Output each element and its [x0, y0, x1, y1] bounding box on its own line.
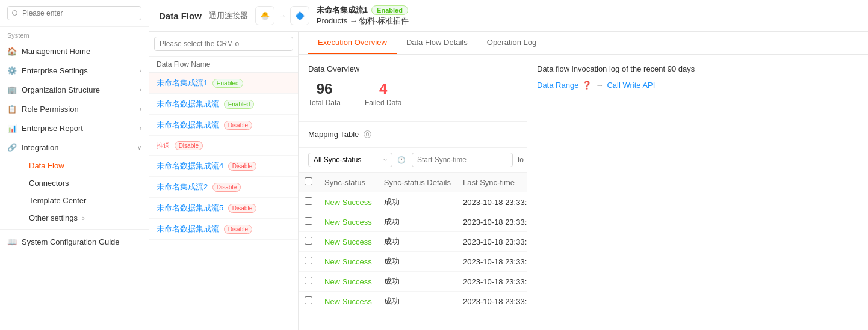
sidebar-item-management-home[interactable]: 🏠 Management Home — [0, 41, 149, 61]
sync-details-cell: 成功 — [378, 292, 457, 311]
col-sync-details: Sync-status Details — [378, 173, 457, 192]
start-time-input[interactable] — [412, 153, 513, 167]
flow-item-name: 未命名数据集成流5 — [157, 203, 223, 212]
list-item[interactable]: 未命名数据集成流 Disable — [149, 115, 298, 136]
sync-details-cell: 成功 — [378, 192, 457, 212]
flow-tag: 推送 — [157, 142, 170, 149]
row-checkbox[interactable] — [305, 257, 312, 264]
list-item[interactable]: 未命名集成流1 Enabled — [149, 73, 298, 94]
tab-execution-overview[interactable]: Execution Overview — [308, 32, 397, 54]
sidebar-item-enterprise-settings[interactable]: ⚙️ Enterprise Settings › — [0, 61, 149, 80]
sync-status-cell: New Success — [318, 192, 378, 212]
settings-icon: ⚙️ — [7, 66, 17, 75]
last-sync-cell: 2023-10-18 23:33:22 — [457, 272, 527, 292]
data-stats: 96 Total Data 4 Failed Data — [308, 81, 517, 107]
filter-row: All Sync-status 🕐 to — [299, 148, 527, 173]
flow-list-header: Data Flow Name — [149, 57, 298, 73]
sidebar-item-label: Organization Structure — [22, 85, 135, 94]
system-label: System — [0, 27, 149, 41]
select-all-checkbox[interactable] — [305, 177, 312, 185]
overview-left: Data Overview 96 Total Data 4 Failed Dat… — [299, 55, 527, 330]
source-icon-box: 🐣 — [255, 6, 274, 25]
list-item[interactable]: 未命名数据集成流 Enabled — [149, 94, 298, 115]
row-checkbox[interactable] — [305, 237, 312, 245]
integration-icon: 🔗 — [7, 142, 17, 152]
sidebar-item-system-config[interactable]: 📖 System Configuration Guide — [0, 232, 149, 251]
table-row: New Success 成功 2023-10-18 23:33:22 物料-标准… — [299, 252, 527, 272]
flow-path: Products → 物料-标准插件 — [317, 16, 409, 26]
mapping-title: Mapping Table — [308, 130, 359, 139]
sync-status-select[interactable]: All Sync-status — [308, 153, 392, 167]
chevron-right-icon: › — [140, 87, 141, 93]
sync-status-cell: New Success — [318, 212, 378, 232]
list-item[interactable]: 推送 Disable — [149, 136, 298, 156]
sidebar-sub-item-other-settings[interactable]: Other settings › — [22, 209, 149, 227]
overview-right: Data flow invocation log of the recent 9… — [527, 55, 868, 330]
row-checkbox[interactable] — [305, 197, 312, 205]
role-icon: 📋 — [7, 104, 17, 114]
tab-bar: Execution Overview Data Flow Details Ope… — [299, 32, 868, 55]
sidebar-sub-item-connectors[interactable]: Connectors — [22, 174, 149, 192]
content-area: Data Flow Name 未命名集成流1 Enabled 未命名数据集成流 … — [149, 32, 868, 330]
to-label: to — [518, 156, 524, 164]
sidebar-item-label: Role Permission — [22, 105, 135, 114]
report-icon: 📊 — [7, 123, 17, 133]
tab-data-flow-details[interactable]: Data Flow Details — [397, 32, 477, 54]
question-icon[interactable]: ❓ — [582, 81, 592, 90]
chevron-right-icon: › — [140, 67, 141, 74]
sync-status-cell: New Success — [318, 252, 378, 272]
sidebar-item-label: Management Home — [22, 47, 141, 56]
main-content: Data Flow 通用连接器 🐣 → 🔷 未命名集成流1 Enabled Pr… — [149, 0, 868, 330]
list-item[interactable]: 未命名集成流2 Disable — [149, 177, 298, 198]
row-checkbox[interactable] — [305, 217, 312, 225]
sidebar-item-integration[interactable]: 🔗 Integration ∨ — [0, 138, 149, 157]
col-last-sync: Last Sync-time — [457, 173, 527, 192]
chevron-right-icon: › — [140, 125, 141, 132]
clock-icon: 🕐 — [397, 156, 406, 164]
call-api-link[interactable]: Call Write API — [607, 81, 655, 90]
data-range-label[interactable]: Data Range — [537, 81, 578, 90]
row-checkbox[interactable] — [305, 296, 312, 304]
right-panel: Execution Overview Data Flow Details Ope… — [299, 32, 868, 330]
last-sync-cell: 2023-10-18 23:33:22 — [457, 212, 527, 232]
col-sync-status: Sync-status — [318, 173, 378, 192]
chevron-right-icon: › — [140, 106, 141, 112]
data-range-row: Data Range ❓ → Call Write API — [537, 81, 858, 90]
sidebar-item-role-permission[interactable]: 📋 Role Permission › — [0, 99, 149, 118]
sidebar-search-input[interactable] — [7, 6, 141, 20]
table-row: New Success 成功 2023-10-18 23:33:22 物料-标准… — [299, 192, 527, 212]
mapping-section: Mapping Table ⓪ — [299, 122, 527, 148]
flow-item-name: 未命名集成流2 — [157, 182, 208, 191]
sidebar: System 🏠 Management Home ⚙️ Enterprise S… — [0, 0, 149, 330]
flow-status-badge: Enabled — [371, 5, 408, 15]
sidebar-sub-item-template-center[interactable]: Template Center — [22, 192, 149, 209]
sync-details-cell: 成功 — [378, 212, 457, 232]
sidebar-sub-item-data-flow[interactable]: Data Flow — [22, 157, 149, 174]
help-icon[interactable]: ⓪ — [364, 130, 371, 139]
sidebar-item-label: Integration — [22, 143, 132, 152]
sync-status-cell: New Success — [318, 272, 378, 292]
list-item[interactable]: 未命名数据集成流5 Disable — [149, 198, 298, 219]
flow-name-section: 未命名集成流1 Enabled Products → 物料-标准插件 — [317, 5, 409, 26]
sidebar-search-container — [0, 0, 149, 27]
last-sync-cell: 2023-10-18 23:33:21 — [457, 292, 527, 311]
flow-icons: 🐣 → 🔷 — [255, 6, 309, 25]
target-emoji-icon: 🔷 — [295, 11, 305, 20]
sidebar-item-enterprise-report[interactable]: 📊 Enterprise Report › — [0, 118, 149, 138]
last-sync-cell: 2023-10-18 23:33:22 — [457, 252, 527, 272]
list-item[interactable]: 未命名数据集成流 Disable — [149, 219, 298, 240]
flow-list: 未命名集成流1 Enabled 未命名数据集成流 Enabled 未命名数据集成… — [149, 73, 298, 330]
sync-details-cell: 成功 — [378, 252, 457, 272]
sync-status-cell: New Success — [318, 292, 378, 311]
tab-operation-log[interactable]: Operation Log — [477, 32, 546, 54]
sidebar-item-organization-structure[interactable]: 🏢 Organization Structure › — [0, 80, 149, 99]
chevron-down-icon: ∨ — [137, 144, 141, 151]
status-badge: Disable — [212, 183, 241, 192]
flow-title: Data Flow — [159, 11, 202, 21]
row-checkbox[interactable] — [305, 277, 312, 284]
sidebar-item-label: Enterprise Report — [22, 124, 135, 133]
list-item[interactable]: 未命名数据集成流4 Disable — [149, 156, 298, 177]
table-row: New Success 成功 2023-10-18 23:33:22 物料-标准… — [299, 272, 527, 292]
failed-data-stat: 4 Failed Data — [365, 81, 401, 107]
flow-search-input[interactable] — [154, 37, 293, 51]
